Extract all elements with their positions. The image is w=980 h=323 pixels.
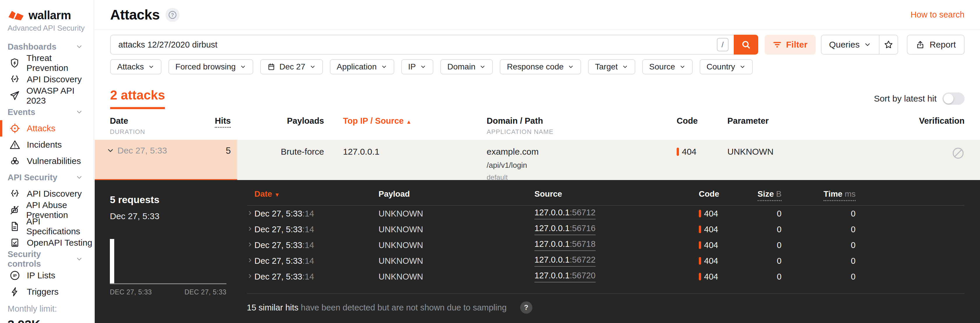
search-button[interactable] xyxy=(734,35,758,54)
code-status-pill xyxy=(699,210,701,217)
question-badge[interactable]: ? xyxy=(520,301,532,313)
attack-domain: example.com xyxy=(487,147,677,157)
api-braces-icon xyxy=(10,74,21,85)
request-time: 0 xyxy=(781,240,856,250)
request-row[interactable]: Dec 27, 5:33:14UNKNOWN127.0.0.1:56720404… xyxy=(247,269,964,285)
request-row[interactable]: Dec 27, 5:33:14UNKNOWN127.0.0.1:56716404… xyxy=(247,221,964,237)
paper-plane-icon xyxy=(10,90,20,101)
queries-button[interactable]: Queries xyxy=(821,35,879,54)
request-time: 0 xyxy=(781,272,856,281)
queries-label: Queries xyxy=(829,40,860,50)
chip-label: Domain xyxy=(447,62,475,72)
sidebar: wallarm Advanced API Security Dashboards… xyxy=(0,0,94,323)
chevron-right-icon xyxy=(247,273,253,279)
calendar-icon xyxy=(267,63,275,71)
sidebar-item-api-discovery[interactable]: API Discovery xyxy=(0,185,94,202)
sidebar-item-label: API Specifications xyxy=(26,216,94,236)
crosshair-icon xyxy=(10,123,21,134)
brand-subtitle: Advanced API Security xyxy=(8,24,94,33)
col-request-date[interactable]: Date ▼ xyxy=(255,189,379,199)
sidebar-section-dashboards[interactable]: Dashboards xyxy=(0,38,94,55)
col-domain-path: Domain / Path xyxy=(487,116,677,126)
filter-button[interactable]: Filter xyxy=(765,35,816,54)
search-input[interactable] xyxy=(118,40,717,50)
chevron-down-icon xyxy=(864,41,871,48)
filter-chip-domain[interactable]: Domain xyxy=(440,59,493,74)
request-code: 404 xyxy=(699,225,739,234)
sidebar-item-api-specifications[interactable]: API Specifications xyxy=(0,218,94,235)
shield-bolt-icon xyxy=(10,58,20,68)
chip-label: IP xyxy=(408,62,416,72)
col-request-size[interactable]: Size B xyxy=(758,189,782,201)
col-parameter: Parameter xyxy=(727,116,769,125)
sidebar-item-owasp-api-2023[interactable]: OWASP API 2023 xyxy=(0,88,94,104)
chip-label: Source xyxy=(649,62,675,72)
sidebar-item-vulnerabilities[interactable]: Vulnerabilities xyxy=(0,153,94,169)
ip-circle-icon: IP xyxy=(10,270,21,281)
sidebar-item-api-discovery[interactable]: API Discovery xyxy=(0,71,94,88)
sidebar-section-security-controls[interactable]: Security controls xyxy=(0,251,94,267)
attack-parameter: UNKNOWN xyxy=(727,147,773,157)
wallarm-logo[interactable]: wallarm Advanced API Security xyxy=(0,0,94,38)
attack-row-date-cell[interactable]: Dec 27, 5:33 5 xyxy=(95,140,237,181)
filter-chip-country[interactable]: Country xyxy=(700,59,753,74)
request-row[interactable]: Dec 27, 5:33:14UNKNOWN127.0.0.1:56722404… xyxy=(247,253,964,269)
filter-chip-target[interactable]: Target xyxy=(588,59,635,74)
warning-triangle-icon xyxy=(10,139,21,150)
sidebar-section-api-security[interactable]: API Security xyxy=(0,169,94,185)
sidebar-item-threat-prevention[interactable]: Threat Prevention xyxy=(0,55,94,71)
col-hits[interactable]: Hits xyxy=(215,116,231,128)
sidebar-item-attacks[interactable]: Attacks xyxy=(0,120,94,137)
help-icon[interactable]: ? xyxy=(165,8,180,22)
request-row[interactable]: Dec 27, 5:33:14UNKNOWN127.0.0.1:56718404… xyxy=(247,237,964,253)
request-source-link[interactable]: 127.0.0.1:56716 xyxy=(535,224,596,235)
filter-chip-application[interactable]: Application xyxy=(330,59,394,74)
attack-count-tab[interactable]: 2 attacks xyxy=(110,88,165,109)
report-button[interactable]: Report xyxy=(907,35,964,54)
sidebar-item-label: Triggers xyxy=(27,287,59,297)
filter-chips-row: AttacksForced browsingDec 27ApplicationI… xyxy=(110,59,964,74)
request-source-link[interactable]: 127.0.0.1:56712 xyxy=(535,208,596,219)
checkbox-doc-icon xyxy=(10,238,21,248)
filter-chip-source[interactable]: Source xyxy=(642,59,693,74)
biohazard-icon xyxy=(10,156,21,166)
sort-asc-icon: ▲ xyxy=(406,119,412,125)
filter-chip-forced-browsing[interactable]: Forced browsing xyxy=(169,59,253,74)
sidebar-item-label: API Discovery xyxy=(27,189,81,199)
col-top-ip-source[interactable]: Top IP / Source ▲ xyxy=(343,116,412,125)
chevron-down-icon xyxy=(420,64,426,70)
sidebar-item-openapi-testing[interactable]: OpenAPI Testing xyxy=(0,235,94,251)
chip-label: Country xyxy=(707,62,735,72)
code-status-pill xyxy=(699,225,701,233)
sort-toggle[interactable] xyxy=(942,93,964,105)
filter-chip-response-code[interactable]: Response code xyxy=(500,59,581,74)
sidebar-item-label: Attacks xyxy=(27,123,56,133)
request-code: 404 xyxy=(699,256,739,266)
chip-label: Response code xyxy=(507,62,563,72)
attack-row[interactable]: Dec 27, 5:33 5 Brute-force 127.0.0.1 exa… xyxy=(95,140,980,180)
slash-circle-icon xyxy=(952,147,964,160)
favorite-query-button[interactable] xyxy=(879,35,897,54)
lightning-icon xyxy=(10,286,21,297)
col-request-time[interactable]: Time ms xyxy=(824,189,856,201)
request-source-link[interactable]: 127.0.0.1:56722 xyxy=(535,255,596,267)
sidebar-item-ip-lists[interactable]: IPIP Lists xyxy=(0,267,94,284)
topbar: Attacks ? How to search xyxy=(95,0,980,30)
sidebar-item-incidents[interactable]: Incidents xyxy=(0,137,94,153)
sidebar-section-events[interactable]: Events xyxy=(0,104,94,120)
chevron-right-icon xyxy=(247,241,253,248)
filter-chip-attacks[interactable]: Attacks xyxy=(110,59,161,74)
request-row[interactable]: Dec 27, 5:33:14UNKNOWN127.0.0.1:56712404… xyxy=(247,206,964,221)
sidebar-item-api-abuse-prevention[interactable]: API Abuse Prevention xyxy=(0,202,94,218)
request-source-link[interactable]: 127.0.0.1:56718 xyxy=(535,239,596,251)
request-code: 404 xyxy=(699,272,739,281)
chevron-down-icon xyxy=(75,174,83,181)
filter-chip-dec-27[interactable]: Dec 27 xyxy=(260,59,323,74)
filter-chip-ip[interactable]: IP xyxy=(401,59,433,74)
sidebar-item-label: API Discovery xyxy=(27,74,81,84)
attack-path: /api/v1/login xyxy=(487,161,677,170)
robot-blocked-icon xyxy=(10,205,20,215)
how-to-search-link[interactable]: How to search xyxy=(911,10,964,19)
sidebar-item-triggers[interactable]: Triggers xyxy=(0,284,94,300)
request-source-link[interactable]: 127.0.0.1:56720 xyxy=(535,271,596,283)
